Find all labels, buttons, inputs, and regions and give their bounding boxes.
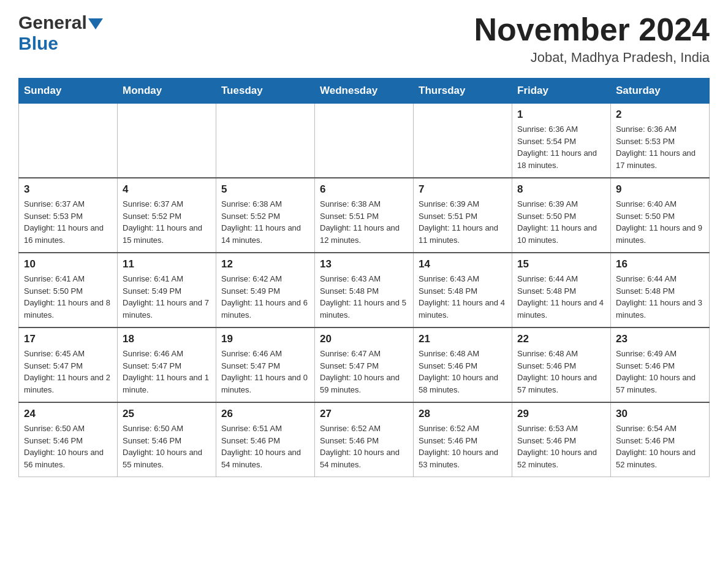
location: Jobat, Madhya Pradesh, India (474, 50, 710, 66)
day-number: 15 (517, 258, 605, 270)
calendar-cell: 21Sunrise: 6:48 AMSunset: 5:46 PMDayligh… (414, 327, 512, 402)
month-title: November 2024 (474, 12, 710, 47)
day-info: Sunrise: 6:40 AMSunset: 5:50 PMDaylight:… (616, 198, 704, 246)
calendar-week-row: 24Sunrise: 6:50 AMSunset: 5:46 PMDayligh… (19, 402, 710, 477)
day-number: 2 (616, 109, 704, 121)
calendar-cell: 12Sunrise: 6:42 AMSunset: 5:49 PMDayligh… (216, 253, 315, 327)
day-number: 4 (123, 183, 211, 196)
calendar-cell: 8Sunrise: 6:39 AMSunset: 5:50 PMDaylight… (512, 178, 611, 253)
calendar-cell: 3Sunrise: 6:37 AMSunset: 5:53 PMDaylight… (19, 178, 118, 253)
calendar-week-row: 3Sunrise: 6:37 AMSunset: 5:53 PMDaylight… (19, 178, 710, 253)
calendar-table: SundayMondayTuesdayWednesdayThursdayFrid… (18, 78, 710, 477)
day-of-week-header: Thursday (414, 79, 512, 104)
calendar-cell: 9Sunrise: 6:40 AMSunset: 5:50 PMDaylight… (611, 178, 710, 253)
calendar-cell: 18Sunrise: 6:46 AMSunset: 5:47 PMDayligh… (118, 327, 216, 402)
day-info: Sunrise: 6:37 AMSunset: 5:52 PMDaylight:… (123, 198, 211, 246)
calendar-cell: 2Sunrise: 6:36 AMSunset: 5:53 PMDaylight… (611, 104, 710, 178)
day-info: Sunrise: 6:45 AMSunset: 5:47 PMDaylight:… (24, 348, 112, 396)
day-info: Sunrise: 6:48 AMSunset: 5:46 PMDaylight:… (419, 348, 507, 396)
logo-blue: Blue (18, 33, 58, 54)
day-number: 6 (320, 183, 408, 196)
day-info: Sunrise: 6:50 AMSunset: 5:46 PMDaylight:… (24, 423, 112, 470)
calendar-cell: 28Sunrise: 6:52 AMSunset: 5:46 PMDayligh… (414, 402, 512, 477)
day-number: 25 (123, 408, 211, 420)
day-number: 1 (517, 109, 605, 121)
calendar-week-row: 1Sunrise: 6:36 AMSunset: 5:54 PMDaylight… (19, 104, 710, 178)
day-number: 27 (320, 408, 408, 420)
calendar-cell: 13Sunrise: 6:43 AMSunset: 5:48 PMDayligh… (315, 253, 414, 327)
calendar-cell: 7Sunrise: 6:39 AMSunset: 5:51 PMDaylight… (414, 178, 512, 253)
calendar-cell (315, 104, 414, 178)
day-info: Sunrise: 6:38 AMSunset: 5:52 PMDaylight:… (221, 198, 309, 246)
day-number: 16 (616, 258, 704, 270)
day-number: 5 (221, 183, 309, 196)
day-info: Sunrise: 6:54 AMSunset: 5:46 PMDaylight:… (616, 423, 704, 470)
calendar-cell: 27Sunrise: 6:52 AMSunset: 5:46 PMDayligh… (315, 402, 414, 477)
day-number: 22 (517, 333, 605, 345)
day-number: 13 (320, 258, 408, 270)
day-info: Sunrise: 6:39 AMSunset: 5:50 PMDaylight:… (517, 198, 605, 246)
day-info: Sunrise: 6:44 AMSunset: 5:48 PMDaylight:… (517, 273, 605, 321)
day-info: Sunrise: 6:46 AMSunset: 5:47 PMDaylight:… (221, 348, 309, 396)
calendar-cell: 11Sunrise: 6:41 AMSunset: 5:49 PMDayligh… (118, 253, 216, 327)
day-info: Sunrise: 6:46 AMSunset: 5:47 PMDaylight:… (123, 348, 211, 396)
calendar-cell: 20Sunrise: 6:47 AMSunset: 5:47 PMDayligh… (315, 327, 414, 402)
calendar-cell (216, 104, 315, 178)
day-number: 12 (221, 258, 309, 270)
logo: General Blue (18, 12, 103, 54)
day-number: 28 (419, 408, 507, 420)
day-info: Sunrise: 6:41 AMSunset: 5:50 PMDaylight:… (24, 273, 112, 321)
calendar-cell: 4Sunrise: 6:37 AMSunset: 5:52 PMDaylight… (118, 178, 216, 253)
calendar-cell: 24Sunrise: 6:50 AMSunset: 5:46 PMDayligh… (19, 402, 118, 477)
day-info: Sunrise: 6:36 AMSunset: 5:54 PMDaylight:… (517, 123, 605, 171)
day-number: 3 (24, 183, 112, 196)
day-info: Sunrise: 6:39 AMSunset: 5:51 PMDaylight:… (419, 198, 507, 246)
calendar-cell (19, 104, 118, 178)
day-number: 19 (221, 333, 309, 345)
day-info: Sunrise: 6:37 AMSunset: 5:53 PMDaylight:… (24, 198, 112, 246)
calendar-cell: 22Sunrise: 6:48 AMSunset: 5:46 PMDayligh… (512, 327, 611, 402)
day-info: Sunrise: 6:48 AMSunset: 5:46 PMDaylight:… (517, 348, 605, 396)
day-info: Sunrise: 6:44 AMSunset: 5:48 PMDaylight:… (616, 273, 704, 321)
calendar-cell: 17Sunrise: 6:45 AMSunset: 5:47 PMDayligh… (19, 327, 118, 402)
calendar-cell: 25Sunrise: 6:50 AMSunset: 5:46 PMDayligh… (118, 402, 216, 477)
day-info: Sunrise: 6:47 AMSunset: 5:47 PMDaylight:… (320, 348, 408, 396)
day-number: 17 (24, 333, 112, 345)
calendar-cell: 10Sunrise: 6:41 AMSunset: 5:50 PMDayligh… (19, 253, 118, 327)
day-info: Sunrise: 6:50 AMSunset: 5:46 PMDaylight:… (123, 423, 211, 470)
day-number: 20 (320, 333, 408, 345)
day-of-week-header: Tuesday (216, 79, 315, 104)
day-info: Sunrise: 6:53 AMSunset: 5:46 PMDaylight:… (517, 423, 605, 470)
calendar-cell: 29Sunrise: 6:53 AMSunset: 5:46 PMDayligh… (512, 402, 611, 477)
day-number: 26 (221, 408, 309, 420)
day-number: 21 (419, 333, 507, 345)
calendar-cell: 23Sunrise: 6:49 AMSunset: 5:46 PMDayligh… (611, 327, 710, 402)
calendar-cell: 6Sunrise: 6:38 AMSunset: 5:51 PMDaylight… (315, 178, 414, 253)
day-info: Sunrise: 6:43 AMSunset: 5:48 PMDaylight:… (320, 273, 408, 321)
day-number: 11 (123, 258, 211, 270)
calendar-cell: 16Sunrise: 6:44 AMSunset: 5:48 PMDayligh… (611, 253, 710, 327)
calendar-week-row: 17Sunrise: 6:45 AMSunset: 5:47 PMDayligh… (19, 327, 710, 402)
calendar-header-row: SundayMondayTuesdayWednesdayThursdayFrid… (19, 79, 710, 104)
calendar-cell: 1Sunrise: 6:36 AMSunset: 5:54 PMDaylight… (512, 104, 611, 178)
day-info: Sunrise: 6:51 AMSunset: 5:46 PMDaylight:… (221, 423, 309, 470)
calendar-cell: 19Sunrise: 6:46 AMSunset: 5:47 PMDayligh… (216, 327, 315, 402)
logo-triangle-icon (88, 18, 103, 29)
day-of-week-header: Saturday (611, 79, 710, 104)
day-info: Sunrise: 6:49 AMSunset: 5:46 PMDaylight:… (616, 348, 704, 396)
day-info: Sunrise: 6:36 AMSunset: 5:53 PMDaylight:… (616, 123, 704, 171)
day-of-week-header: Wednesday (315, 79, 414, 104)
day-info: Sunrise: 6:52 AMSunset: 5:46 PMDaylight:… (419, 423, 507, 470)
day-number: 14 (419, 258, 507, 270)
calendar-cell: 30Sunrise: 6:54 AMSunset: 5:46 PMDayligh… (611, 402, 710, 477)
calendar-cell (414, 104, 512, 178)
day-info: Sunrise: 6:52 AMSunset: 5:46 PMDaylight:… (320, 423, 408, 470)
day-info: Sunrise: 6:38 AMSunset: 5:51 PMDaylight:… (320, 198, 408, 246)
day-number: 23 (616, 333, 704, 345)
day-of-week-header: Sunday (19, 79, 118, 104)
calendar-cell: 15Sunrise: 6:44 AMSunset: 5:48 PMDayligh… (512, 253, 611, 327)
calendar-cell: 14Sunrise: 6:43 AMSunset: 5:48 PMDayligh… (414, 253, 512, 327)
day-number: 8 (517, 183, 605, 196)
calendar-cell: 5Sunrise: 6:38 AMSunset: 5:52 PMDaylight… (216, 178, 315, 253)
day-number: 7 (419, 183, 507, 196)
